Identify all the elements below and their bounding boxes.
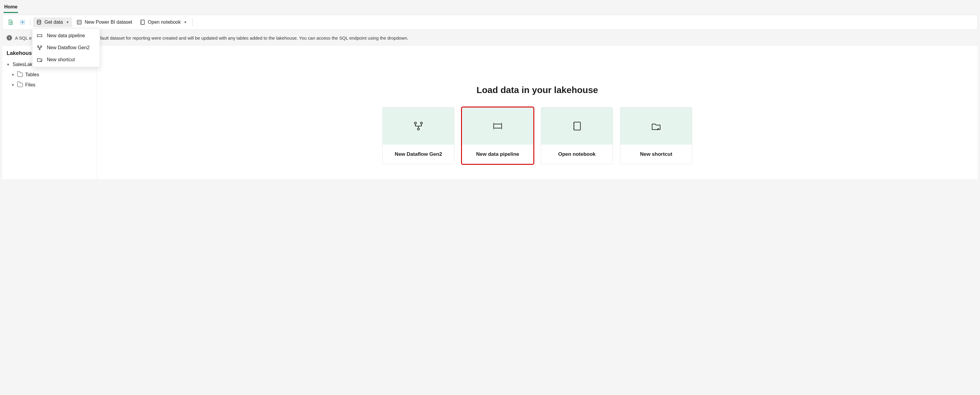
- card-label: New shortcut: [620, 145, 692, 164]
- svg-point-13: [417, 128, 420, 130]
- card-illustration: [541, 107, 612, 145]
- tab-home[interactable]: Home: [3, 2, 18, 13]
- svg-rect-1: [78, 20, 81, 24]
- get-data-dropdown: New data pipeline New Dataflow Gen2 New …: [32, 28, 100, 67]
- menu-item-label: New data pipeline: [47, 33, 85, 38]
- content-area: Lakehouse ▼ SalesLakehouse ▼ Tables ▼ Fi…: [2, 46, 978, 179]
- main-heading: Load data in your lakehouse: [106, 85, 969, 95]
- get-data-button[interactable]: Get data ▼: [33, 18, 72, 27]
- pipeline-icon: [37, 33, 43, 39]
- svg-point-5: [80, 23, 80, 23]
- pipeline-icon: [492, 120, 504, 132]
- tab-bar: Home: [0, 0, 980, 13]
- svg-point-4: [78, 23, 79, 23]
- chevron-down-icon: ▼: [6, 63, 10, 66]
- settings-button[interactable]: [17, 17, 28, 28]
- svg-rect-14: [494, 124, 502, 128]
- card-new-dataflow-gen2[interactable]: New Dataflow Gen2: [382, 107, 455, 164]
- svg-point-8: [38, 46, 39, 47]
- menu-new-data-pipeline[interactable]: New data pipeline: [32, 30, 100, 42]
- card-illustration: [383, 107, 454, 145]
- card-label: New data pipeline: [462, 145, 533, 164]
- refresh-page-icon: [8, 19, 14, 25]
- new-dataset-button[interactable]: New Power BI dataset: [73, 18, 135, 27]
- folder-shortcut-icon: [37, 57, 43, 63]
- menu-item-label: New shortcut: [47, 57, 75, 62]
- main-panel: Load data in your lakehouse New Dataflow…: [97, 46, 978, 179]
- tree-node-tables[interactable]: ▼ Tables: [4, 70, 95, 80]
- card-new-shortcut[interactable]: New shortcut: [620, 107, 692, 164]
- info-text: efault dataset for reporting were create…: [97, 35, 408, 40]
- svg-point-9: [41, 46, 42, 47]
- card-illustration: [620, 107, 692, 145]
- database-import-icon: [36, 19, 42, 25]
- dataflow-icon: [412, 120, 425, 132]
- new-dataset-label: New Power BI dataset: [84, 19, 132, 25]
- gear-icon: [19, 19, 25, 25]
- tree-item-label: Files: [25, 82, 35, 88]
- dataflow-icon: [37, 45, 43, 51]
- notebook-icon: [140, 19, 146, 25]
- tree-node-files[interactable]: ▼ Files: [4, 80, 95, 90]
- toolbar-separator: [192, 18, 193, 26]
- notebook-icon: [571, 120, 583, 132]
- refresh-button[interactable]: [5, 17, 16, 28]
- svg-point-0: [22, 22, 24, 23]
- load-data-cards: New Dataflow Gen2 New data pipeline: [106, 107, 969, 164]
- menu-new-shortcut[interactable]: New shortcut: [32, 54, 100, 66]
- info-bar: i A SQL e efault dataset for reporting w…: [2, 32, 978, 43]
- toolbar: Get data ▼ New Power BI dataset Open not…: [2, 15, 978, 30]
- info-text-prefix: A SQL e: [15, 35, 32, 40]
- svg-point-10: [39, 49, 40, 50]
- svg-point-3: [80, 21, 80, 22]
- svg-point-2: [78, 21, 79, 22]
- open-notebook-button[interactable]: Open notebook ▼: [137, 18, 190, 27]
- card-illustration: [462, 107, 533, 145]
- svg-point-11: [415, 122, 417, 124]
- card-open-notebook[interactable]: Open notebook: [541, 107, 613, 164]
- svg-rect-15: [574, 122, 581, 130]
- menu-new-dataflow-gen2[interactable]: New Dataflow Gen2: [32, 42, 100, 54]
- card-label: New Dataflow Gen2: [383, 145, 454, 164]
- chevron-down-icon: ▼: [66, 21, 69, 24]
- menu-item-label: New Dataflow Gen2: [47, 45, 89, 51]
- svg-point-12: [420, 122, 423, 124]
- card-label: Open notebook: [541, 145, 612, 164]
- card-new-data-pipeline[interactable]: New data pipeline: [461, 107, 534, 164]
- folder-icon: [18, 73, 23, 77]
- dataset-grid-icon: [76, 19, 82, 25]
- chevron-down-icon: ▼: [11, 83, 15, 87]
- get-data-label: Get data: [45, 19, 63, 25]
- chevron-down-icon: ▼: [184, 21, 187, 24]
- tree-item-label: Tables: [25, 72, 39, 77]
- open-notebook-label: Open notebook: [148, 19, 181, 25]
- svg-rect-7: [38, 35, 42, 37]
- chevron-down-icon: ▼: [11, 73, 15, 76]
- folder-shortcut-icon: [650, 120, 662, 132]
- info-icon: i: [6, 35, 12, 40]
- folder-icon: [18, 83, 23, 87]
